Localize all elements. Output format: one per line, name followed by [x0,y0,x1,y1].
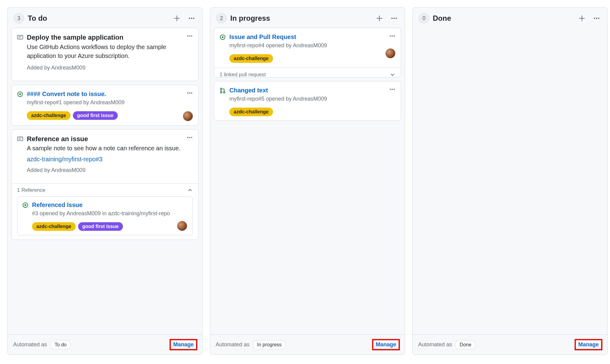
issue-open-icon [17,91,24,97]
column-footer: Automated as In progress Manage [210,334,405,355]
chevron-down-icon [390,72,395,77]
issue-meta: #3 opened by AndreasM009 in azdc-trainin… [32,210,188,217]
card-menu-button[interactable] [185,32,194,40]
plus-icon [174,15,180,22]
svg-point-5 [191,35,192,37]
svg-point-29 [222,36,224,38]
issue-title-link[interactable]: #### Convert note to issue. [27,90,106,98]
column-todo: 3 To do [7,7,203,355]
plus-icon [579,15,585,22]
column-title: In progress [230,14,270,23]
linked-pr-count: 1 linked pull request [220,72,266,78]
note-title: Reference an issue [27,134,193,144]
add-card-button[interactable] [375,14,384,23]
column-footer: Automated as Done Manage [413,334,607,355]
svg-rect-6 [17,35,23,39]
label-pill[interactable]: good first issue [73,111,118,120]
note-title: Deploy the sample application [27,33,193,42]
svg-point-26 [392,35,393,37]
svg-point-38 [598,18,599,19]
add-card-button[interactable] [172,14,181,23]
card-menu-button[interactable] [185,133,194,142]
avatar[interactable] [386,48,395,58]
column-title: To do [28,14,47,23]
svg-point-30 [390,89,391,90]
svg-point-32 [393,89,395,90]
svg-rect-17 [17,137,23,141]
kebab-icon [593,15,600,22]
reference-count: 1 Reference [17,187,45,193]
reference-toggle[interactable]: 1 Reference [12,183,198,197]
automated-label: Automated as [418,341,452,348]
kebab-icon [187,90,193,96]
pr-title-link[interactable]: Changed text [229,86,268,95]
card-menu-button[interactable] [388,85,396,94]
issue-open-icon [22,202,29,208]
card-menu-button[interactable] [185,89,194,97]
column-cards: Deploy the sample application Use GitHub… [8,28,202,334]
note-icon [17,34,24,40]
column-header: 2 In progress [210,8,405,28]
manage-link[interactable]: Manage [170,340,197,350]
svg-point-24 [396,18,397,19]
column-menu-button[interactable] [187,14,196,23]
note-added-by: Added by AndreasM009 [27,167,193,173]
automated-label: Automated as [216,341,249,348]
referenced-issue-card[interactable]: Referenced Issue #3 opened by AndreasM00… [17,196,193,235]
note-card[interactable]: Deploy the sample application Use GitHub… [11,28,199,81]
git-pull-request-icon [220,87,226,94]
column-header: 3 To do [8,8,202,28]
issue-open-icon [220,34,226,40]
svg-point-14 [187,137,188,138]
pr-card[interactable]: Changed text myfirst-repo#5 opened by An… [214,81,401,121]
automation-state-pill[interactable]: To do [50,340,71,349]
svg-point-11 [191,92,192,94]
note-body: A sample note to see how a note can refe… [27,144,193,153]
issue-card[interactable]: Issue and Pull Request myfirst-repo#4 op… [214,28,401,77]
column-menu-button[interactable] [592,14,601,23]
svg-point-15 [189,137,190,138]
manage-link[interactable]: Manage [575,340,602,350]
svg-point-34 [221,91,222,93]
kebab-icon [391,15,397,22]
column-footer: Automated as To do Manage [8,334,202,355]
svg-point-16 [191,137,192,138]
card-menu-button[interactable] [388,32,396,40]
note-card[interactable]: Reference an issue A sample note to see … [11,129,199,240]
svg-point-13 [19,93,21,95]
column-done: 0 Done Automated as Done Manage [412,7,608,355]
avatar[interactable] [183,111,193,121]
label-pill[interactable]: azdc-challenge [27,111,70,120]
svg-point-4 [189,35,190,37]
automated-label: Automated as [13,341,47,348]
label-pill[interactable]: azdc-challenge [229,54,273,63]
label-pill[interactable]: good first issue [78,222,123,231]
issue-card[interactable]: #### Convert note to issue. myfirst-repo… [11,85,199,126]
issue-title-link[interactable]: Referenced Issue [32,201,83,209]
linked-pr-toggle[interactable]: 1 linked pull request [214,68,401,81]
issue-reference-link[interactable]: azdc-training/myfirst-repo#3 [27,156,102,163]
svg-point-1 [191,18,192,19]
kebab-icon [188,15,195,22]
automation-state-pill[interactable]: Done [455,340,476,349]
note-icon [17,136,24,142]
issue-meta: myfirst-repo#1 opened by AndreasM009 [27,99,193,106]
svg-point-3 [187,35,188,37]
pr-meta: myfirst-repo#5 opened by AndreasM009 [229,96,395,102]
kebab-icon [187,33,193,39]
svg-point-35 [224,91,225,93]
svg-point-21 [24,205,26,206]
svg-point-2 [193,18,194,19]
issue-title-link[interactable]: Issue and Pull Request [229,33,296,41]
manage-link[interactable]: Manage [373,340,399,350]
add-card-button[interactable] [577,14,587,23]
svg-point-36 [594,18,595,19]
label-pill[interactable]: azdc-challenge [32,222,76,231]
issue-meta: myfirst-repo#4 opened by AndreasM009 [229,42,395,49]
column-cards [413,28,607,334]
automation-state-pill[interactable]: In progress [253,340,286,349]
column-menu-button[interactable] [389,14,399,23]
column-count: 0 [419,13,429,23]
column-count: 3 [14,13,24,23]
label-pill[interactable]: azdc-challenge [229,108,273,116]
